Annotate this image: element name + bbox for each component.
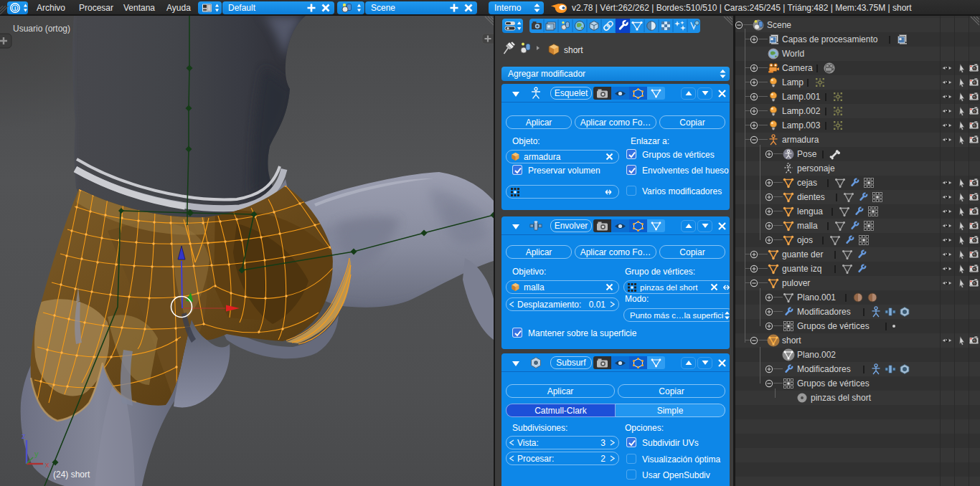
svg-text:y: y (34, 449, 39, 458)
svg-text:z: z (22, 432, 26, 440)
svg-text:i: i (14, 5, 16, 11)
svg-text:x: x (45, 460, 50, 469)
svg-text:(24) short: (24) short (53, 470, 90, 480)
svg-text:Usuario (ortog): Usuario (ortog) (13, 24, 70, 34)
